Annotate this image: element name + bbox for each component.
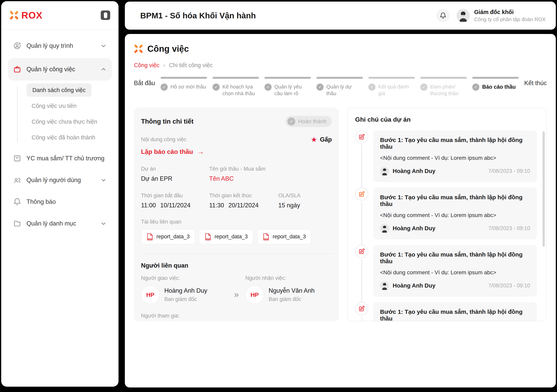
assigner-avatar: HP — [141, 286, 160, 304]
chevron-down-icon — [100, 220, 107, 227]
page-title: Công việc — [147, 44, 189, 54]
stepper-step[interactable]: ✓ Kết quả đánh giá — [368, 77, 415, 97]
step-progress-bar — [472, 77, 519, 79]
stepper-start-label: Bắt đầu — [134, 77, 155, 87]
notes-scrollbar[interactable] — [543, 131, 545, 247]
note-timestamp: 7/08/2023 - 09:10 — [488, 168, 530, 174]
note-box[interactable]: Bước 1: Tạo yêu cầu mua sắm, thành lập h… — [373, 130, 537, 182]
document-chips: report_data_3 report_data_3 report_data_… — [141, 229, 332, 244]
user-info: Giám đốc khối Công ty cổ phần tập đoàn R… — [474, 9, 546, 23]
document-name: report_data_3 — [214, 234, 248, 240]
document-name: report_data_3 — [156, 234, 190, 240]
step-check-icon: ✓ — [161, 83, 168, 91]
user-name: Giám đốc khối — [474, 9, 546, 16]
sidebar-subitem[interactable]: Công việc chưa thực hiện — [26, 114, 112, 130]
stepper-step[interactable]: ✓ Kế hoạch lựa chọn nhà thầu — [213, 77, 259, 97]
step-check-icon: ✓ — [472, 83, 479, 91]
step-label: Hồ sơ mời thầu — [171, 83, 206, 90]
rox-logo: ROX — [9, 10, 42, 21]
rox-logo-text: ROX — [21, 10, 42, 21]
sidebar-subitem[interactable]: Danh sách công việc — [26, 83, 91, 97]
status-badge-label: Hoàn thành — [298, 118, 327, 125]
step-check-icon: ✓ — [264, 83, 272, 91]
bell-icon — [440, 12, 447, 19]
sidebar-item-yc-mua-sam[interactable]: YC mua sắm/ TT chủ trương — [8, 149, 112, 168]
sidebar-item-quan-ly-quy-trinh[interactable]: Quản lý quy trình — [8, 36, 112, 55]
note-comment: <Nội dung comment - Ví dụ: Lorem ipsum a… — [380, 212, 530, 218]
end-time-label: Thời gian kết thúc — [209, 193, 278, 199]
sidebar-item-thong-bao[interactable]: Thông báo — [8, 192, 112, 211]
edit-icon — [355, 188, 368, 201]
assigner-block: Người giao việc: HP Hoàng Anh Duy Ban gi… — [141, 275, 228, 304]
content-cards: Thông tin chi tiết ✓ Hoàn thành Nội dung… — [134, 108, 547, 321]
app-title: BPM1 - Số hóa Khối Vận hành — [140, 11, 256, 20]
assignee-label: Người nhận việc: — [245, 275, 332, 281]
end-date: 20/11/2024 — [228, 202, 259, 209]
topbar: BPM1 - Số hóa Khối Vận hành Giám đốc khố… — [125, 2, 556, 30]
notes-timeline: Bước 1: Tạo yêu cầu mua sắm, thành lập h… — [355, 130, 546, 321]
note-title: Bước 1: Tạo yêu cầu mua sắm, thành lập h… — [380, 194, 530, 207]
sidebar-subitem[interactable]: Công việc ưu tiên — [26, 98, 112, 114]
edit-icon — [355, 302, 368, 315]
note-box[interactable]: Bước 1: Tạo yêu cầu mua sắm, thành lập h… — [373, 245, 537, 297]
step-progress-bar — [213, 77, 259, 79]
edit-icon — [355, 245, 368, 258]
stepper-step[interactable]: ✓ Đàm phán/ thương thảo — [420, 77, 467, 97]
ola-sla-value: 15 ngày — [278, 202, 332, 209]
breadcrumb-cong-viec[interactable]: Công việc — [134, 62, 159, 68]
start-time-label: Thời gian bắt đầu — [141, 193, 209, 199]
note-comment: <Nội dung comment - Ví dụ: Lorem ipsum a… — [380, 269, 530, 276]
topbar-actions: Giám đốc khối Công ty cổ phần tập đoàn R… — [436, 9, 546, 23]
people-section-title: Người liên quan — [141, 262, 332, 269]
notifications-button[interactable] — [436, 9, 450, 22]
task-link[interactable]: Lập báo cáo thầu → — [141, 148, 332, 156]
stepper-step[interactable]: ✓ Quản lý dự thầu — [316, 77, 363, 97]
stepper-step[interactable]: ✓ Hồ sơ mời thầu — [161, 77, 207, 97]
sidebar-subitem-label: Công việc ưu tiên — [32, 103, 76, 109]
chevron-down-icon — [100, 43, 107, 49]
sidebar-item-quan-ly-nguoi-dung[interactable]: Quản lý người dùng — [8, 171, 112, 190]
sidebar-subitem[interactable]: Công việc đã hoàn thành — [26, 130, 112, 145]
stepper-step[interactable]: ✓ Quản lý yêu cầu làm rõ — [264, 77, 311, 97]
step-label: Quản lý yêu cầu làm rõ — [274, 83, 311, 97]
sidebar-subitem-label: Công việc chưa thực hiện — [32, 118, 97, 125]
package-value[interactable]: Tên ABC — [209, 175, 278, 182]
assigner-role: Ban giám đốc — [164, 296, 207, 302]
sidebar-item-quan-ly-cong-viec[interactable]: Quản lý công việc — [8, 58, 112, 81]
chevron-down-icon — [100, 177, 107, 183]
document-chip[interactable]: report_data_3 — [141, 229, 195, 244]
timeline-node — [355, 188, 368, 239]
note-box[interactable]: Bước 1: Tạo yêu cầu mua sắm, thành lập h… — [373, 302, 537, 321]
note-box[interactable]: Bước 1: Tạo yêu cầu mua sắm, thành lập h… — [373, 188, 537, 239]
user-company: Công ty cổ phần tập đoàn ROX — [474, 16, 546, 23]
step-label: Quản lý dự thầu — [326, 83, 363, 97]
step-check-icon: ✓ — [420, 83, 427, 91]
sidebar-item-label: Quản lý danh mục — [26, 220, 76, 227]
sidebar-item-quan-ly-danh-muc[interactable]: Quản lý danh mục — [8, 214, 112, 233]
sidebar-menu: Quản lý quy trình Quản lý công việc Danh… — [1, 30, 119, 243]
sidebar-item-label: Quản lý công việc — [26, 66, 75, 73]
stepper-step[interactable]: ✓ Báo cáo thầu — [472, 77, 519, 97]
note-author-name: Hoàng Anh Duy — [393, 168, 435, 174]
priority-label: Gấp — [320, 136, 332, 143]
step-progress-bar — [161, 77, 207, 79]
document-chip[interactable]: report_data_3 — [199, 229, 253, 244]
arrow-right-icon: → — [197, 148, 204, 156]
user-menu[interactable]: Giám đốc khối Công ty cổ phần tập đoàn R… — [457, 9, 546, 23]
sidebar-collapse-button[interactable] — [101, 10, 110, 20]
assignee-block: Người nhận việc: HP Nguyễn Văn Anh Ban g… — [245, 275, 332, 304]
detail-card-title: Thông tin chi tiết — [141, 118, 194, 125]
submenu-rail — [17, 86, 18, 143]
sidebar-item-label: Quản lý người dùng — [26, 177, 81, 184]
doc-file-icon — [263, 233, 270, 241]
step-label: Báo cáo thầu — [482, 83, 516, 90]
step-progress-bar — [420, 77, 467, 79]
package-label: Tên gói thầu - Mua sắm — [209, 166, 278, 172]
breadcrumb-separator-icon: › — [163, 62, 165, 68]
note-title: Bước 1: Tạo yêu cầu mua sắm, thành lập h… — [380, 309, 530, 321]
step-label: Đàm phán/ thương thảo — [430, 83, 467, 97]
sidebar: ROX Quản lý quy trình Quản lý công việc … — [1, 1, 119, 387]
document-chip[interactable]: report_data_3 — [257, 229, 311, 244]
sidebar-item-label: Thông báo — [26, 198, 56, 205]
sidebar-subitem-label: Danh sách công việc — [33, 87, 86, 93]
